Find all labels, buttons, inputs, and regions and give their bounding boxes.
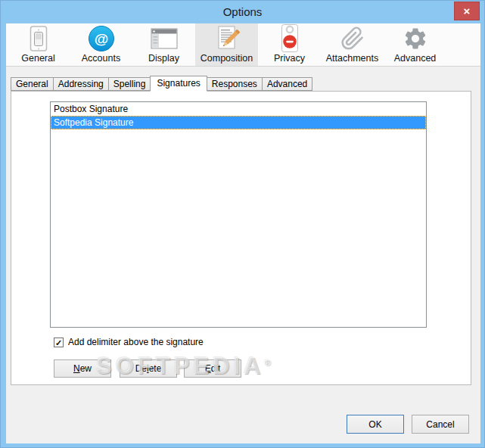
dialog-content: General @ Accounts (6, 23, 480, 443)
toolbar-item-display[interactable]: Display (132, 23, 195, 66)
delimiter-checkbox-row[interactable]: ✓ Add delimiter above the signature (54, 337, 204, 347)
delimiter-checkbox[interactable]: ✓ (54, 338, 64, 347)
toolbar-item-advanced[interactable]: Advanced (384, 23, 446, 66)
svg-text:@: @ (94, 30, 108, 46)
toolbar-label-accounts: Accounts (82, 53, 120, 64)
tab-signatures[interactable]: Signatures (150, 76, 207, 92)
new-button[interactable]: New (54, 359, 111, 378)
tab-general[interactable]: General (11, 77, 54, 91)
at-circle-icon: @ (88, 23, 115, 53)
toolbar-item-general[interactable]: General (7, 23, 70, 66)
cancel-button[interactable]: Cancel (412, 415, 469, 434)
toolbar-item-privacy[interactable]: Privacy (258, 23, 321, 66)
list-item-softpedia-signature[interactable]: Softpedia Signature (51, 116, 426, 129)
door-hanger-icon (279, 23, 300, 53)
options-toolbar: General @ Accounts (6, 23, 480, 67)
toolbar-item-accounts[interactable]: @ Accounts (70, 23, 132, 66)
toolbar-label-advanced: Advanced (394, 53, 437, 64)
list-item-postbox-signature[interactable]: Postbox Signature (51, 102, 426, 116)
delete-button[interactable]: Delete (120, 359, 177, 378)
delimiter-checkbox-label: Add delimiter above the signature (68, 337, 204, 347)
tab-spelling[interactable]: Spelling (108, 77, 151, 91)
close-icon: × (464, 5, 471, 17)
toolbar-label-display: Display (148, 53, 179, 64)
toolbar-item-attachments[interactable]: Attachments (321, 23, 384, 66)
toolbar-label-attachments: Attachments (326, 53, 378, 64)
titlebar: Options × (1, 1, 484, 23)
toolbar-label-composition: Composition (201, 53, 253, 64)
window-icon (151, 23, 178, 53)
signatures-panel: Postbox Signature Softpedia Signature ✓ … (11, 91, 471, 385)
switch-icon (29, 23, 48, 53)
toolbar-label-general: General (21, 53, 54, 64)
toolbar-item-composition[interactable]: Composition (195, 23, 258, 66)
signature-listbox[interactable]: Postbox Signature Softpedia Signature (50, 101, 427, 328)
close-button[interactable]: × (454, 2, 480, 20)
compose-icon (213, 23, 241, 53)
tab-responses[interactable]: Responses (207, 77, 263, 91)
check-icon: ✓ (55, 338, 62, 347)
ok-button[interactable]: OK (347, 415, 404, 434)
edit-button[interactable]: Edit (184, 359, 241, 378)
paperclip-icon (340, 23, 365, 53)
tab-advanced[interactable]: Advanced (262, 77, 312, 91)
tab-addressing[interactable]: Addressing (53, 77, 109, 91)
toolbar-label-privacy: Privacy (274, 53, 305, 64)
composition-tabstrip: General Addressing Spelling Signatures R… (11, 75, 312, 91)
window-title: Options (1, 1, 484, 23)
gear-icon (403, 23, 428, 53)
options-dialog: Options × General (0, 0, 485, 448)
